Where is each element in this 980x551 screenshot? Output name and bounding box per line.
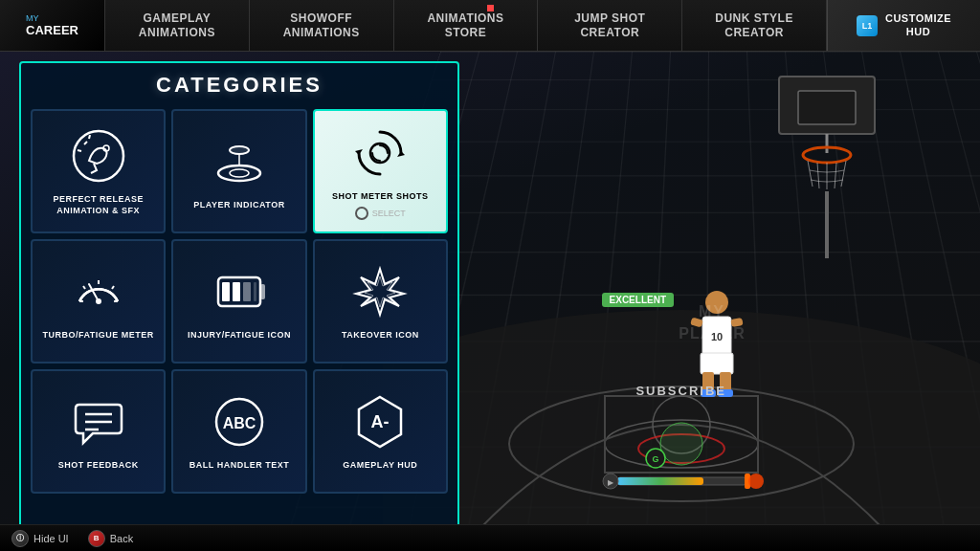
categories-grid: PERFECT RELEASE ANIMATION & SFX PLAYER I… — [31, 109, 448, 494]
tab-jump-shot-creator[interactable]: Jump Shot Creator — [538, 0, 682, 51]
gameplay-hud-label: GAMEPLAY HUD — [343, 460, 417, 472]
shot-meter-label: SHOT METER SHOTS — [332, 191, 429, 203]
court-logo: MY PLAYER — [616, 283, 808, 360]
svg-line-52 — [83, 286, 85, 289]
mycareer-logo[interactable]: MY CAREER — [0, 0, 105, 51]
player-indicator-icon — [209, 131, 270, 192]
svg-line-53 — [112, 286, 114, 289]
select-hint: Select — [355, 207, 406, 220]
player-indicator-label: PLAYER INDICATOR — [193, 200, 284, 211]
takeover-icon-icon — [349, 261, 411, 322]
svg-text:ABC: ABC — [223, 415, 256, 431]
injury-fatigue-icon — [209, 261, 270, 322]
svg-text:A-: A- — [371, 412, 390, 431]
category-turbo-fatigue[interactable]: TURBO/FATIGUE METER — [31, 239, 166, 364]
hide-ui-badge: ⓛ — [11, 530, 29, 547]
svg-line-20 — [817, 163, 819, 188]
back-label: Back — [110, 533, 133, 544]
category-takeover-icon[interactable]: TAKEOVER ICON — [313, 239, 448, 364]
hide-ui-button[interactable]: ⓛ Hide UI — [11, 530, 69, 547]
basketball-hoop — [750, 67, 903, 258]
categories-title: CATEGORIES — [31, 73, 448, 98]
category-injury-fatigue[interactable]: INJURY/FATIGUE ICON — [171, 239, 306, 364]
logo-my: MY — [26, 13, 78, 23]
category-player-indicator[interactable]: PLAYER INDICATOR — [171, 109, 306, 233]
svg-rect-16 — [798, 91, 856, 124]
category-ball-handler-text[interactable]: ABC BALL HANDLER TEXT — [171, 369, 306, 494]
svg-line-39 — [84, 142, 87, 144]
tab-dunk-style-creator[interactable]: Dunk Style Creator — [682, 0, 827, 51]
svg-rect-10 — [617, 477, 703, 485]
shot-feedback-icon — [68, 391, 129, 452]
svg-rect-60 — [243, 282, 251, 301]
category-shot-feedback[interactable]: SHOT FEEDBACK — [31, 369, 166, 494]
svg-point-37 — [74, 131, 123, 181]
svg-line-40 — [78, 150, 81, 151]
customize-badge: L1 — [857, 15, 878, 36]
svg-point-42 — [218, 165, 260, 181]
subscribe-text: SUBSCRIBE — [635, 384, 726, 398]
svg-rect-61 — [254, 282, 256, 301]
svg-rect-58 — [222, 282, 230, 301]
animations-store-notif — [487, 5, 494, 11]
svg-point-6 — [660, 423, 702, 465]
ball-handler-text-icon: ABC — [209, 391, 270, 452]
category-gameplay-hud[interactable]: A- GAMEPLAY HUD — [313, 369, 448, 494]
svg-text:MY: MY — [699, 303, 725, 320]
tab-showoff-animations[interactable]: Showoff Animations — [250, 0, 394, 51]
svg-line-23 — [841, 161, 846, 187]
svg-line-41 — [89, 135, 90, 139]
categories-panel: CATEGORIES PERFECT RELEASE ANIMATION & S… — [19, 61, 459, 541]
category-perfect-release[interactable]: PERFECT RELEASE ANIMATION & SFX — [31, 109, 166, 233]
svg-point-55 — [96, 298, 101, 304]
svg-point-43 — [230, 169, 249, 177]
takeover-label: TAKEOVER ICON — [342, 330, 419, 342]
shot-meter-icon — [349, 122, 411, 184]
category-shot-meter-shots[interactable]: SHOT METER SHOTS Select — [313, 109, 448, 233]
svg-point-45 — [230, 146, 249, 154]
shot-feedback-label: SHOT FEEDBACK — [58, 460, 139, 472]
svg-line-22 — [835, 163, 836, 188]
gameplay-hud-icon: A- — [349, 391, 411, 452]
svg-line-54 — [89, 284, 99, 301]
perfect-release-icon — [68, 125, 129, 187]
injury-fatigue-label: INJURY/FATIGUE ICON — [188, 330, 291, 342]
customize-hud-button[interactable]: L1 Customize HUD — [827, 0, 980, 51]
bottom-bar: ⓛ Hide UI B Back — [0, 524, 980, 551]
svg-marker-46 — [397, 151, 405, 157]
tab-animations-store[interactable]: Animations Store — [394, 0, 539, 51]
customize-label: Customize HUD — [885, 12, 951, 37]
tab-gameplay-animations[interactable]: Gameplay Animations — [105, 0, 250, 51]
hide-ui-label: Hide UI — [33, 533, 69, 544]
back-badge: B — [88, 530, 105, 547]
svg-text:G: G — [652, 454, 658, 464]
svg-marker-47 — [355, 149, 363, 155]
svg-rect-59 — [233, 282, 240, 301]
perfect-release-label: PERFECT RELEASE ANIMATION & SFX — [53, 194, 144, 216]
svg-text:PLAYER: PLAYER — [679, 325, 745, 342]
top-navigation: MY CAREER Gameplay Animations Showoff An… — [0, 0, 980, 52]
svg-rect-57 — [260, 284, 265, 299]
turbo-fatigue-icon — [68, 261, 129, 322]
svg-text:▶: ▶ — [608, 478, 614, 487]
turbo-fatigue-label: TURBO/FATIGUE METER — [42, 330, 153, 342]
svg-line-19 — [808, 161, 813, 187]
ball-handler-label: BALL HANDLER TEXT — [189, 460, 289, 472]
back-button[interactable]: B Back — [88, 530, 133, 547]
logo-career: CAREER — [26, 23, 78, 37]
svg-point-12 — [748, 474, 764, 489]
